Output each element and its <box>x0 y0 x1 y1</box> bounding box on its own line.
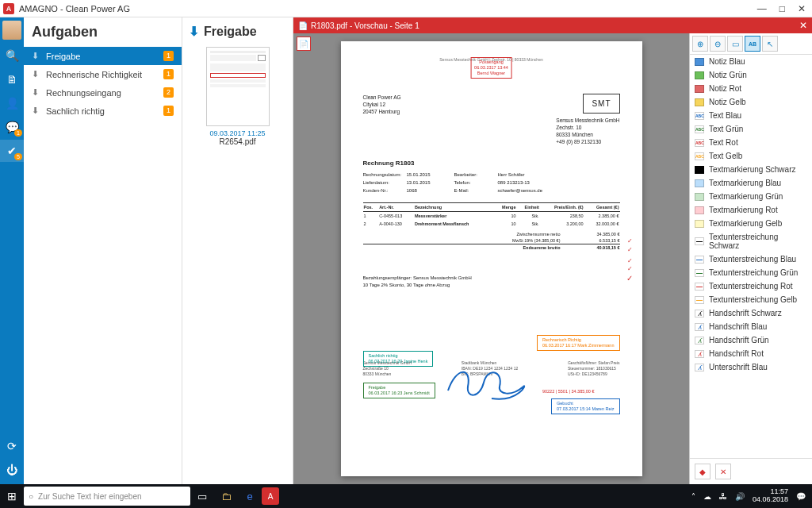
signature <box>444 359 531 406</box>
stamp-rechnerisch-richtig: Rechnerisch Richtig06.03.2017 16:17 Mark… <box>537 335 620 351</box>
annotation-tool-8[interactable]: Textmarkierung Schwarz <box>690 163 812 176</box>
preview-titlebar: 📄 R1803.pdf - Vorschau - Seite 1 ✕ <box>293 17 812 33</box>
minimize-button[interactable]: — <box>754 3 770 14</box>
annotation-tool-13[interactable]: Textunterstreichung Schwarz <box>690 230 812 252</box>
highlight-tool-button[interactable]: AB <box>745 36 760 52</box>
red-annotation: 90222 | 5501 | 34.385,00 € <box>542 389 595 394</box>
annotation-tool-14[interactable]: Textunterstreichung Blau <box>690 252 812 266</box>
document-page: Posteingang 06.03.2317 13:44 Bernd Wagne… <box>341 41 642 476</box>
left-nav: 🔍 🗎 👤 💬1 ✔5 ⟳ ⏻ <box>0 17 24 484</box>
annotation-tool-16[interactable]: Textunterstreichung Rot <box>690 279 812 293</box>
windows-taskbar: ⊞ ○ Zur Suche Text hier eingeben ▭ 🗀 e A… <box>0 484 812 508</box>
cancel-button[interactable]: ✕ <box>715 464 731 479</box>
start-button[interactable]: ⊞ <box>0 484 24 508</box>
annotation-tool-17[interactable]: Textunterstreichung Gelb <box>690 293 812 306</box>
thumb-filename: R2654.pdf <box>189 137 286 146</box>
preview-pane: 📄 R1803.pdf - Vorschau - Seite 1 ✕ 📄 Pos… <box>293 17 812 484</box>
stamp-sachlich-richtig: Sachlich richtig06.03.2017 16:20 Janine … <box>363 351 434 367</box>
tray-up-icon[interactable]: ˄ <box>691 492 695 501</box>
amagno-taskbar-icon[interactable]: A <box>262 487 279 505</box>
annotation-tool-19[interactable]: ʎHandschrift Blau <box>690 320 812 333</box>
tray-onedrive-icon[interactable]: ☁ <box>703 492 711 501</box>
freigabe-panel: ⬇Freigabe 09.03.2017 11:25 R2654.pdf <box>182 17 293 484</box>
zoom-in-button[interactable]: ⊕ <box>692 36 708 52</box>
tasks-icon[interactable]: ✔5 <box>0 140 24 162</box>
close-button[interactable]: ✕ <box>795 3 809 14</box>
cortana-icon: ○ <box>29 492 33 501</box>
task-item-1[interactable]: ⬇Rechnerische Richtigkeit1 <box>24 65 182 83</box>
page-indicator-icon[interactable]: 📄 <box>297 37 311 51</box>
taskbar-search[interactable]: ○ Zur Suche Text hier eingeben <box>24 487 190 506</box>
annotation-tool-20[interactable]: ʎHandschrift Grün <box>690 333 812 347</box>
titlebar: A AMAGNO - Clean Power AG — □ ✕ <box>0 0 812 17</box>
tray-volume-icon[interactable]: 🔊 <box>735 492 745 501</box>
task-item-0[interactable]: ⬇Freigabe1 <box>24 47 182 65</box>
stamp-posteingang: Posteingang 06.03.2317 13:44 Bernd Wagne… <box>470 57 512 79</box>
annotation-tool-10[interactable]: Textmarkierung Grün <box>690 190 812 203</box>
annotation-tool-4[interactable]: ABCText Blau <box>690 109 812 122</box>
user-avatar[interactable] <box>2 21 21 40</box>
tasks-heading: Aufgaben <box>24 17 182 47</box>
download-icon: ⬇ <box>189 24 199 39</box>
tray-network-icon[interactable]: 🖧 <box>719 492 727 501</box>
edge-icon[interactable]: e <box>238 484 262 508</box>
document-viewport[interactable]: 📄 Posteingang 06.03.2317 13:44 Bernd Wag… <box>293 33 689 484</box>
tasks-panel: Aufgaben ⬇Freigabe1⬇Rechnerische Richtig… <box>24 17 182 484</box>
search-placeholder: Zur Suche Text hier eingeben <box>38 492 141 501</box>
annotation-tool-18[interactable]: ʎHandschrift Schwarz <box>690 306 812 320</box>
explorer-icon[interactable]: 🗀 <box>214 484 238 508</box>
annotation-tool-9[interactable]: Textmarkierung Blau <box>690 176 812 190</box>
annotation-tool-2[interactable]: Notiz Rot <box>690 82 812 95</box>
annotation-tool-21[interactable]: ʎHandschrift Rot <box>690 347 812 360</box>
contacts-icon[interactable]: 👤 <box>0 92 24 114</box>
sender-address: Sensus Messtechnik GmbH Zechstr. 10 8033… <box>556 117 619 145</box>
annotation-tool-0[interactable]: Notiz Blau <box>690 55 812 68</box>
sync-icon[interactable]: ⟳ <box>0 435 24 457</box>
middle-heading: Freigabe <box>204 25 257 39</box>
pdf-icon: 📄 <box>298 21 308 30</box>
search-icon[interactable]: 🔍 <box>0 44 24 67</box>
task-item-3[interactable]: ⬇Sachlich richtig1 <box>24 102 182 120</box>
annotation-tools-panel: ⊕ ⊖ ▭ AB ↖ Notiz BlauNotiz GrünNotiz Rot… <box>689 33 812 484</box>
cursor-tool-button[interactable]: ↖ <box>762 36 778 52</box>
annotation-tool-7[interactable]: ABCText Gelb <box>690 149 812 163</box>
annotation-tool-1[interactable]: Notiz Grün <box>690 68 812 82</box>
line-items-table: Pos.Art.-Nr.BezeichnungMengeEinheitPreis… <box>363 202 620 228</box>
annotation-tool-11[interactable]: Textmarkierung Rot <box>690 203 812 217</box>
app-logo: A <box>3 3 14 14</box>
invoice-title: Rechnung R1803 <box>363 160 620 167</box>
annotation-tool-12[interactable]: Textmarkierung Gelb <box>690 217 812 230</box>
task-item-2[interactable]: ⬇Rechnungseingang2 <box>24 83 182 102</box>
maximize-button[interactable]: □ <box>776 3 788 14</box>
stamp-tool-button[interactable]: ▭ <box>727 36 743 52</box>
annotation-tool-22[interactable]: ʎUnterschrift Blau <box>690 360 812 374</box>
document-thumbnail[interactable] <box>206 47 270 126</box>
preview-title-text: R1803.pdf - Vorschau - Seite 1 <box>311 21 419 30</box>
stamp-gebucht: Gebucht07.03.2017 15:14 Maren Reiz <box>551 398 619 414</box>
confirm-button[interactable]: ◆ <box>695 464 710 479</box>
task-view-button[interactable]: ▭ <box>190 484 214 508</box>
annotation-tool-15[interactable]: Textunterstreichung Grün <box>690 266 812 279</box>
documents-icon[interactable]: 🗎 <box>0 68 24 90</box>
payment-terms: Bezahlungsempfänger: Sensus Messtechnik … <box>363 275 620 289</box>
window-title: AMAGNO - Clean Power AG <box>19 4 754 13</box>
company-logo-box: SMT <box>583 94 619 114</box>
zoom-out-button[interactable]: ⊖ <box>710 36 726 52</box>
power-icon[interactable]: ⏻ <box>0 459 24 481</box>
stamp-freigabe: Freigabe06.03.2017 16:23 Jens Schmidt <box>363 383 435 398</box>
thumb-date: 09.03.2017 11:25 <box>189 129 286 137</box>
notifications-icon[interactable]: 💬 <box>796 492 806 501</box>
annotation-tool-5[interactable]: ABCText Grün <box>690 122 812 136</box>
recipient-address: Clean Power AG Citykai 12 20457 Hamburg <box>363 94 401 145</box>
annotation-tool-6[interactable]: ABCText Rot <box>690 136 812 149</box>
preview-close-button[interactable]: ✕ <box>799 20 807 31</box>
messages-icon[interactable]: 💬1 <box>0 116 24 138</box>
annotation-tool-3[interactable]: Notiz Gelb <box>690 95 812 109</box>
taskbar-clock[interactable]: 11:57 04.06.2018 <box>753 488 788 504</box>
